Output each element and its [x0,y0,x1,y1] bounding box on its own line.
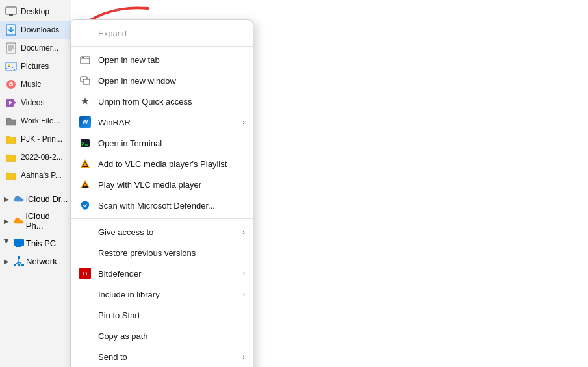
sidebar-group-network[interactable]: ▶ Network [0,252,71,270]
svg-rect-17 [16,246,21,247]
sidebar-group-icloud-drive[interactable]: ▶ iCloud Dr... [0,190,71,208]
menu-pin-start-label: Pin to Start [98,310,245,320]
new-tab-icon [79,53,92,66]
sidebar-item-aahna[interactable]: Aahna's P... [0,166,71,184]
sidebar-item-downloads-label: Downloads [21,25,59,34]
pin-start-icon [79,309,92,322]
menu-item-terminal[interactable]: Open in Terminal [71,133,253,153]
give-access-arrow: › [242,228,245,236]
menu-item-bitdefender[interactable]: B Bitdefender › [71,263,253,284]
menu-give-access-label: Give access to [98,227,236,237]
svg-rect-19 [18,256,20,259]
sidebar-item-desktop[interactable]: Desktop [0,3,71,21]
expand-icon4: ▶ [3,257,10,265]
menu-item-copy-path[interactable]: Copy as path [71,325,253,346]
sidebar-item-downloads[interactable]: Downloads [0,21,71,39]
menu-item-expand[interactable]: Expand [71,23,253,44]
menu-item-winrar[interactable]: W WinRAR › [71,112,253,133]
sidebar-item-workfiles[interactable]: Work File... [0,112,71,130]
new-window-icon [79,74,92,87]
sidebar-item-date-label: 2022-08-2... [21,153,63,162]
downloads-icon [5,24,17,36]
svg-rect-16 [14,239,24,246]
bitdefender-icon: B [79,267,92,280]
menu-vlc-play-label: Play with VLC media player [98,180,245,190]
network-icon [13,255,25,267]
sidebar-group-icloud-photos[interactable]: ▶ iCloud Ph... [0,208,71,234]
menu-defender-label: Scan with Microsoft Defender... [98,201,245,210]
svg-marker-14 [14,101,16,105]
sidebar-item-workfiles-label: Work File... [21,116,60,125]
documents-icon [5,42,17,54]
menu-item-give-access[interactable]: Give access to › [71,221,253,242]
send-to-icon [79,350,92,363]
menu-send-to-label: Send to [98,352,236,362]
defender-icon [79,199,92,212]
sidebar-item-desktop-label: Desktop [21,7,49,16]
videos-icon [5,97,17,108]
pictures-icon [5,60,17,72]
sidebar-group-this-pc-label: This PC [26,238,56,248]
svg-rect-18 [15,247,23,247]
menu-item-restore[interactable]: Restore previous versions [71,242,253,263]
sidebar-item-pictures-label: Pictures [21,62,49,71]
terminal-icon [79,136,92,149]
menu-separator-1 [71,46,253,47]
winrar-arrow: › [242,118,245,126]
sidebar-group-icloud-photos-label: iCloud Ph... [26,211,69,231]
icloud-drive-icon [13,193,25,205]
sidebar-item-videos[interactable]: Videos [0,94,71,112]
menu-expand-label: Expand [98,29,245,38]
menu-item-vlc-add[interactable]: Add to VLC media player's Playlist [71,153,253,174]
winrar-icon: W [79,116,92,129]
menu-separator-2 [71,218,253,219]
menu-include-library-label: Include in library [98,290,236,299]
aahna-folder-icon [5,170,17,181]
expand-icon: ▶ [3,195,10,203]
menu-item-include-library[interactable]: Include in library › [71,284,253,305]
give-access-icon [79,225,92,238]
music-icon [5,79,17,90]
icloud-photos-icon [13,215,25,227]
svg-rect-28 [82,57,84,58]
menu-item-new-window[interactable]: Open in new window [71,70,253,91]
workfiles-icon [5,115,17,127]
menu-unpin-label: Unpin from Quick access [98,97,245,107]
sidebar-item-pjk-label: PJK - Prin... [21,134,62,144]
expand-icon2: ▶ [3,217,10,225]
sidebar-item-music-label: Music [21,80,41,89]
svg-rect-0 [6,7,16,14]
menu-item-send-to[interactable]: Send to › [71,346,253,367]
bitdefender-arrow: › [242,270,245,277]
copy-path-icon [79,329,92,342]
menu-new-window-label: Open in new window [98,76,245,86]
sidebar-group-icloud-drive-label: iCloud Dr... [26,194,68,204]
sidebar-item-aahna-label: Aahna's P... [21,171,62,180]
sidebar-group-this-pc[interactable]: ▶ This PC [0,234,71,252]
svg-rect-30 [83,79,90,84]
sidebar-item-pjk[interactable]: PJK - Prin... [0,130,71,148]
menu-terminal-label: Open in Terminal [98,138,245,148]
svg-point-12 [10,84,12,85]
menu-item-defender[interactable]: Scan with Microsoft Defender... [71,195,253,216]
sidebar-group-network-label: Network [26,257,57,266]
vlc-play-icon [79,178,92,191]
menu-bitdefender-label: Bitdefender [98,269,236,279]
expand-menu-icon [79,27,92,40]
sidebar-item-date[interactable]: 2022-08-2... [0,148,71,166]
send-to-arrow: › [242,353,245,361]
context-menu: Expand Open in new tab Open in new windo… [70,19,253,367]
menu-item-unpin[interactable]: Unpin from Quick access [71,91,253,112]
pjk-folder-icon [5,133,17,145]
sidebar: Desktop Downloads Documer... Pictures Mu… [0,0,71,367]
sidebar-item-pictures[interactable]: Pictures [0,57,71,75]
menu-new-tab-label: Open in new tab [98,55,245,65]
sidebar-item-documents[interactable]: Documer... [0,39,71,57]
sidebar-item-music[interactable]: Music [0,75,71,94]
include-library-icon [79,288,92,301]
expand-icon3: ▶ [3,239,10,247]
menu-item-new-tab[interactable]: Open in new tab [71,49,253,70]
menu-item-pin-start[interactable]: Pin to Start [71,305,253,325]
menu-item-vlc-play[interactable]: Play with VLC media player [71,174,253,195]
this-pc-icon [13,237,25,249]
